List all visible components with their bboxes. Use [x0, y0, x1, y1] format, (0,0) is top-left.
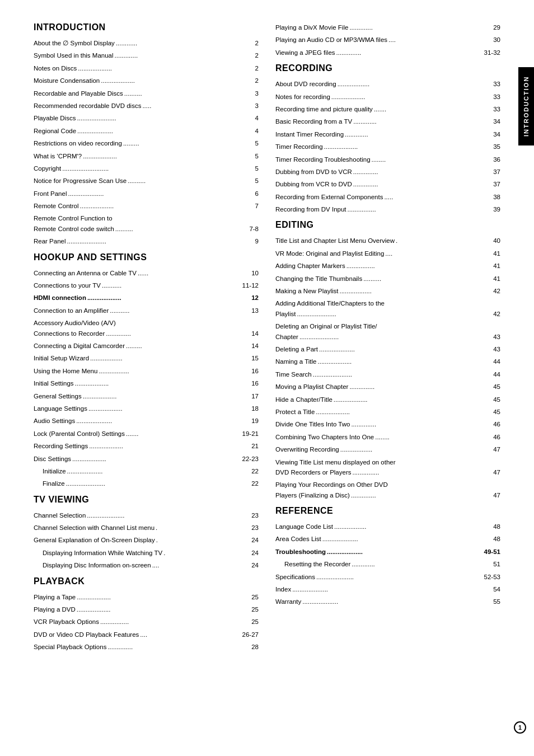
toc-page: 36 [489, 154, 500, 165]
toc-page: 19-21 [242, 429, 259, 439]
toc-label: Chapter [275, 332, 298, 342]
toc-dots: .......... [124, 88, 246, 99]
section-title-editing: EDITING [275, 220, 500, 230]
toc-item: Deleting a Part ....................43 [275, 344, 500, 356]
toc-page: 15 [247, 353, 259, 363]
toc-label: HDMI connection [34, 293, 86, 303]
toc-label: Timer Recording [275, 142, 323, 152]
toc-dots: ................... [83, 151, 246, 162]
toc-page: 29 [489, 22, 500, 32]
toc-dots: .............. [353, 167, 488, 177]
toc-page: 45 [489, 382, 500, 392]
toc-dots: ............. [349, 22, 488, 33]
toc-item: General Explanation of On-Screen Display… [34, 535, 259, 547]
toc-label: Remote Control [34, 201, 79, 211]
toc-page: 34 [489, 129, 500, 139]
page-container: INTRODUCTION INTRODUCTIONAbout the ∅ Sym… [0, 0, 534, 756]
toc-page: 5 [247, 138, 259, 148]
toc-dots: .................. [340, 444, 488, 455]
toc-label: DVD Recorders or Players [275, 467, 351, 477]
toc-section-playback: PLAYBACKPlaying a Tape .................… [34, 576, 259, 655]
toc-label: Players (Finalizing a Disc) [275, 490, 350, 500]
toc-dots: ...................... [67, 236, 246, 247]
toc-page: 48 [489, 522, 500, 532]
toc-label: Playing Your Recordings on Other DVD [275, 480, 388, 490]
toc-page: 47 [489, 467, 500, 477]
toc-page: 18 [247, 403, 259, 414]
toc-page: 55 [489, 597, 500, 607]
toc-item: Viewing Title List menu displayed on oth… [275, 457, 500, 467]
toc-label: Recommended recordable DVD discs [34, 101, 141, 111]
toc-dots: .................. [334, 522, 488, 532]
toc-dots: .......... [363, 274, 488, 284]
toc-item: Basic Recording from a TV .............3… [275, 116, 500, 129]
toc-dots: .......... [128, 176, 246, 186]
toc-page: 17 [247, 391, 259, 401]
toc-item: Players (Finalizing a Disc) ............… [275, 490, 500, 503]
toc-item: Recording from External Components .....… [275, 192, 500, 204]
toc-label: Overwriting Recording [275, 444, 339, 454]
section-title-tv_viewing: TV VIEWING [34, 495, 259, 505]
toc-label: Divide One Titles Into Two [275, 419, 350, 429]
toc-label: Displaying Information While Watching TV [43, 548, 162, 558]
toc-item: Channel Selection .....................2… [34, 510, 259, 523]
toc-item: Playing an Audio CD or MP3/WMA files ...… [275, 35, 500, 47]
toc-page: 52-53 [484, 572, 500, 582]
toc-item: Displaying Disc Information on-screen ..… [34, 560, 259, 572]
toc-item: Combining Two Chapters Into One ........… [275, 432, 500, 444]
section-title-reference: REFERENCE [275, 506, 500, 516]
toc-label: General Explanation of On-Screen Display [34, 535, 155, 545]
toc-section-editing: EDITINGTitle List and Chapter List Menu … [275, 220, 500, 503]
toc-dots: ....... [126, 429, 241, 439]
toc-item: Connecting an Antenna or Cable TV ......… [34, 268, 259, 280]
toc-item: Connections to Recorder ..............14 [34, 328, 259, 341]
toc-label: Copyright [34, 163, 61, 173]
toc-dots: ................... [324, 142, 488, 152]
toc-item: Playing a DVD ...................25 [34, 604, 259, 617]
toc-page: 24 [247, 535, 259, 545]
toc-item: General Settings ...................17 [34, 391, 259, 403]
toc-page: 54 [489, 584, 500, 594]
toc-dots: .................... [76, 416, 246, 426]
toc-label: Connection to an Amplifier [34, 306, 109, 316]
toc-item: Adding Chapter Markers ................4… [275, 261, 500, 273]
section-title-playback: PLAYBACK [34, 576, 259, 586]
toc-page: 46 [489, 432, 500, 442]
toc-page: 48 [489, 534, 500, 544]
toc-page: 13 [247, 306, 259, 316]
toc-page: 2 [247, 38, 259, 48]
toc-page: 5 [247, 163, 259, 173]
toc-dots: .................... [322, 534, 488, 544]
toc-label: Accessory Audio/Video (A/V) [34, 318, 116, 328]
toc-item: Playable Discs ......................4 [34, 113, 259, 125]
toc-page: 19 [247, 416, 259, 426]
toc-item: Divide One Titles Into Two .............… [275, 419, 500, 431]
toc-item: Initial Setup Wizard ..................1… [34, 353, 259, 365]
section-title-introduction: INTRODUCTION [34, 22, 259, 32]
toc-item: Deleting an Original or Playlist Title/ [275, 321, 500, 331]
toc-page: 33 [489, 79, 500, 89]
toc-item: Rear Panel ......................9 [34, 236, 259, 248]
toc-item: Language Code List ..................48 [275, 522, 500, 534]
toc-item: Remote Control ...................7 [34, 201, 259, 213]
toc-label: Troubleshooting [275, 547, 326, 557]
toc-item: Recording time and picture quality .....… [275, 104, 500, 116]
toc-item: VR Mode: Original and Playlist Editing .… [275, 248, 500, 261]
toc-label: Index [275, 584, 291, 594]
toc-label: Remote Control Function to [34, 213, 113, 223]
toc-label: Channel Selection [34, 510, 86, 520]
toc-section-recording: RECORDINGAbout DVD recording ...........… [275, 63, 500, 217]
toc-page: 10 [247, 268, 259, 278]
toc-dots: .................. [339, 286, 488, 297]
toc-dots: ................... [88, 403, 246, 414]
toc-page: 25 [247, 604, 259, 614]
toc-dots: .................. [338, 79, 488, 90]
toc-label: Changing the Title Thumbnails [275, 274, 362, 284]
toc-dots: ..... [384, 192, 488, 203]
toc-dots: . [163, 548, 246, 558]
toc-item: VCR Playback Options ................25 [34, 617, 259, 629]
right-column: Playing a DivX Movie File .............2… [275, 22, 500, 658]
toc-page: 3 [247, 88, 259, 98]
toc-item: Audio Settings ....................19 [34, 416, 259, 428]
toc-label: Notes on Discs [34, 63, 77, 73]
